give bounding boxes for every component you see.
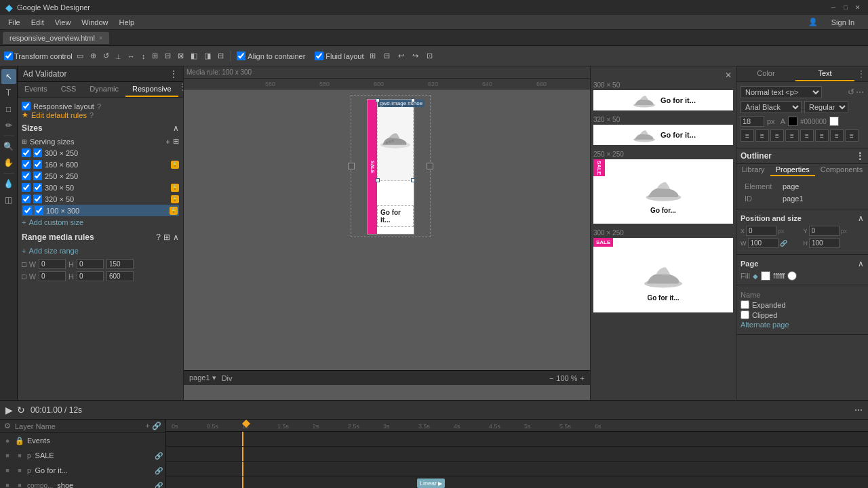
expanded-checkbox[interactable] bbox=[741, 300, 749, 309]
range-h-input-2[interactable] bbox=[77, 271, 104, 281]
layer-link-icon[interactable]: 🔗 bbox=[152, 422, 161, 430]
tab-close-button[interactable]: × bbox=[99, 35, 102, 41]
outliner-tab-properties[interactable]: Properties bbox=[770, 164, 815, 176]
preview-box-300x250[interactable]: SALE Go for it... bbox=[593, 238, 733, 312]
fill-color-box[interactable] bbox=[761, 271, 770, 281]
gradient-tool[interactable]: ◫ bbox=[1, 192, 16, 207]
size-vis-250x250[interactable] bbox=[33, 171, 42, 180]
menu-file[interactable]: File bbox=[3, 17, 26, 28]
align-checkbox[interactable] bbox=[237, 52, 245, 60]
tab-dynamic[interactable]: Dynamic bbox=[83, 82, 125, 97]
align-left-btn[interactable]: ≡ bbox=[741, 129, 754, 142]
page-expand-icon[interactable]: ∧ bbox=[858, 259, 864, 268]
list-unordered-btn[interactable]: ≡ bbox=[800, 129, 814, 142]
range-w-input-2[interactable] bbox=[39, 271, 66, 281]
preview-box-250x250[interactable]: SALE Go for... bbox=[593, 159, 733, 224]
outliner-expand-icon[interactable]: ⋮ bbox=[856, 151, 864, 161]
pos-y-input[interactable] bbox=[809, 226, 840, 236]
transform-btn-3[interactable]: ↺ bbox=[100, 50, 112, 62]
shape-tool[interactable]: □ bbox=[1, 102, 16, 117]
bg-color-swatch[interactable] bbox=[829, 117, 839, 126]
eyedropper-tool[interactable]: 💧 bbox=[1, 176, 16, 191]
size-vis-320x50[interactable] bbox=[33, 195, 42, 203]
text-area[interactable]: Go for it... bbox=[377, 205, 414, 227]
tab-color[interactable]: Color bbox=[736, 66, 795, 81]
transform-btn-12[interactable]: ⊟ bbox=[215, 50, 226, 62]
preview-box-320x50[interactable]: Go for it... bbox=[593, 125, 733, 145]
font-style-select[interactable]: Regular bbox=[804, 101, 848, 113]
transform-btn-6[interactable]: ↕ bbox=[139, 51, 149, 62]
font-size-input[interactable] bbox=[741, 116, 764, 127]
text-tool[interactable]: T bbox=[1, 85, 16, 100]
menu-edit[interactable]: Edit bbox=[26, 17, 50, 28]
layer-vis-shoe[interactable]: ■ bbox=[3, 481, 12, 488]
range-w-input-1[interactable] bbox=[39, 259, 66, 269]
size-check-320x50[interactable] bbox=[22, 195, 31, 203]
more-btn-5[interactable]: ⊡ bbox=[424, 50, 435, 62]
indent-left-btn[interactable]: ≡ bbox=[830, 129, 844, 142]
size-vis-300x50[interactable] bbox=[33, 183, 42, 192]
preview-close-icon[interactable]: ✕ bbox=[725, 70, 732, 80]
transform-btn-8[interactable]: ⊟ bbox=[162, 50, 174, 62]
transform-btn-2[interactable]: ⊕ bbox=[87, 50, 99, 62]
maximize-button[interactable]: □ bbox=[841, 3, 850, 12]
transform-btn-9[interactable]: ⊠ bbox=[175, 50, 186, 62]
menu-help[interactable]: Help bbox=[113, 17, 140, 28]
text-more-icon[interactable]: ⋯ bbox=[856, 87, 864, 97]
transform-btn-11[interactable]: ◨ bbox=[201, 50, 214, 62]
play-button[interactable]: ▶ bbox=[5, 405, 13, 415]
align-justify-btn[interactable]: ≡ bbox=[785, 129, 799, 142]
pan-tool[interactable]: ✋ bbox=[1, 155, 16, 170]
zoom-out-btn[interactable]: − bbox=[549, 374, 553, 382]
layer-lock-goforit[interactable]: ■ bbox=[15, 466, 24, 475]
edit-defaults-help-icon[interactable]: ? bbox=[90, 111, 94, 119]
chevron-up-icon[interactable]: ∧ bbox=[173, 123, 179, 133]
more-btn-3[interactable]: ↩ bbox=[395, 50, 407, 62]
tab-responsive[interactable]: Responsive bbox=[125, 82, 178, 97]
serving-icon-grid[interactable]: ⊞ bbox=[173, 137, 179, 146]
layer-lock-sale[interactable]: ■ bbox=[15, 451, 24, 460]
transform-btn-1[interactable]: ▭ bbox=[74, 50, 86, 62]
linear-keyframe[interactable]: Linear ▶ bbox=[417, 479, 445, 488]
range-help-icon[interactable]: ? bbox=[156, 232, 161, 242]
serving-icon-add[interactable]: + bbox=[166, 138, 170, 146]
text-style-select[interactable]: Normal text <p> bbox=[741, 86, 822, 98]
canvas-main[interactable]: 560 580 600 620 640 660 SALE gwd-image #… bbox=[184, 79, 590, 385]
range-h-val-2[interactable] bbox=[106, 271, 134, 281]
responsive-help-icon[interactable]: ? bbox=[97, 102, 101, 110]
align-right-btn[interactable]: ≡ bbox=[770, 129, 784, 142]
minimize-button[interactable]: ─ bbox=[829, 3, 838, 12]
layer-link-shoe[interactable]: 🔗 bbox=[155, 482, 163, 489]
indent-right-btn[interactable]: ≡ bbox=[845, 129, 859, 142]
handle-right[interactable] bbox=[427, 163, 433, 169]
font-color-swatch[interactable] bbox=[788, 117, 797, 126]
menu-view[interactable]: View bbox=[50, 17, 77, 28]
layer-lock-events[interactable]: 🔒 bbox=[15, 436, 24, 445]
alternate-page-row[interactable]: Alternate page bbox=[741, 321, 864, 329]
pos-x-input[interactable] bbox=[746, 226, 776, 236]
size-lock-320x50[interactable]: 🔒 bbox=[171, 195, 179, 203]
size-check-300x50[interactable] bbox=[22, 183, 31, 192]
transform-btn-10[interactable]: ◧ bbox=[188, 50, 200, 62]
text-reset-icon[interactable]: ↺ bbox=[848, 87, 854, 97]
select-tool[interactable]: ↖ bbox=[1, 69, 16, 84]
pos-h-input[interactable] bbox=[809, 238, 840, 248]
page-indicator[interactable]: page1 ▾ bbox=[189, 373, 216, 382]
size-lock-100x300[interactable]: 🔒 bbox=[170, 207, 178, 215]
tab-events[interactable]: Events bbox=[18, 82, 54, 97]
panel-options-icon[interactable]: ⋮ bbox=[170, 69, 178, 79]
handle-left[interactable] bbox=[348, 163, 355, 169]
size-lock-300x50[interactable]: 🔒 bbox=[171, 184, 179, 192]
size-check-160x600[interactable] bbox=[22, 160, 31, 169]
sign-in-button[interactable]: 👤 Sign In bbox=[797, 15, 865, 29]
outliner-tab-library[interactable]: Library bbox=[736, 164, 770, 176]
loop-button[interactable]: ↻ bbox=[17, 405, 25, 415]
resize-handle-br[interactable] bbox=[411, 178, 415, 182]
size-check-100x300[interactable] bbox=[23, 206, 32, 215]
layer-vis-events[interactable]: ● bbox=[3, 436, 12, 445]
layer-link-sale[interactable]: 🔗 bbox=[155, 452, 163, 460]
range-chevron-icon[interactable]: ∧ bbox=[173, 232, 179, 242]
resize-handle-tr[interactable] bbox=[411, 98, 415, 102]
add-custom-size[interactable]: + Add custom size bbox=[22, 216, 179, 228]
close-button[interactable]: ✕ bbox=[853, 3, 863, 12]
